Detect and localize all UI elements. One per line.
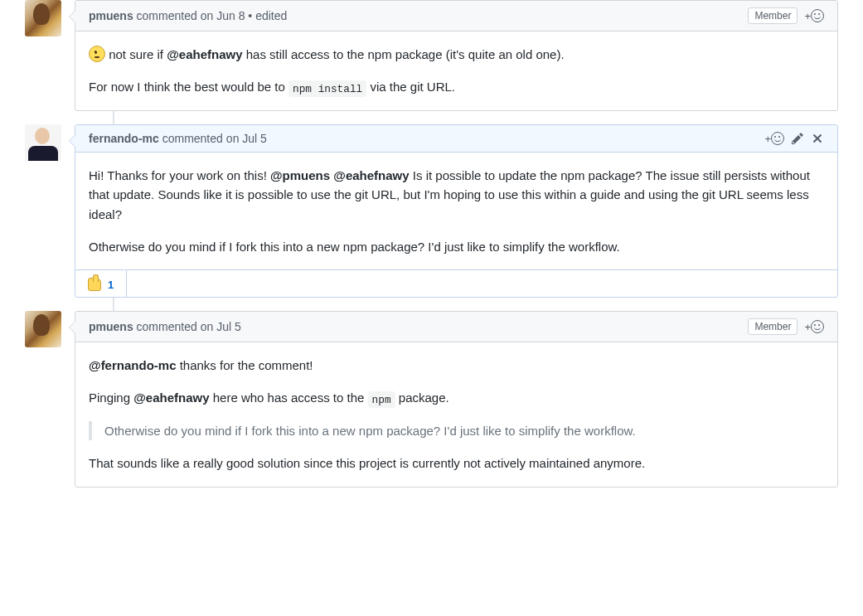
reaction-bar: 1 bbox=[75, 269, 837, 297]
comment-header: pmuens commented on Jul 5 Member + bbox=[75, 312, 837, 342]
close-icon bbox=[811, 132, 824, 145]
inline-code: npm bbox=[368, 391, 395, 408]
text: via the git URL. bbox=[366, 80, 455, 94]
avatar[interactable] bbox=[25, 311, 61, 347]
comment-action: commented bbox=[137, 320, 197, 333]
text: Pinging bbox=[89, 390, 133, 405]
comment: fernando-mc commented on Jul 5 + Hi! Tha… bbox=[25, 124, 838, 298]
avatar[interactable] bbox=[25, 0, 61, 36]
comment-box: pmuens commented on Jul 5 Member + @fern… bbox=[75, 311, 838, 487]
user-mention[interactable]: @eahefnawy bbox=[133, 390, 209, 405]
text: Otherwise do you mind if I fork this int… bbox=[104, 421, 812, 440]
text: not sure if bbox=[109, 47, 167, 61]
edit-button[interactable] bbox=[791, 132, 804, 145]
comment-timestamp[interactable]: on Jul 5 bbox=[201, 320, 241, 333]
blockquote: Otherwise do you mind if I fork this int… bbox=[89, 421, 824, 440]
comment-body: Hi! Thanks for your work on this! @pmuen… bbox=[75, 153, 837, 269]
edited-indicator[interactable]: • edited bbox=[248, 9, 287, 22]
thinking-face-emoji bbox=[89, 46, 105, 62]
comment-body: not sure if @eahefnawy has still access … bbox=[75, 32, 837, 110]
comment-header: pmuens commented on Jun 8 • edited Membe… bbox=[75, 1, 837, 32]
text: thanks for the comment! bbox=[176, 358, 313, 372]
avatar[interactable] bbox=[25, 124, 61, 161]
comment-body: @fernando-mc thanks for the comment! Pin… bbox=[75, 342, 837, 487]
member-badge: Member bbox=[748, 318, 798, 335]
delete-button[interactable] bbox=[811, 132, 824, 145]
comment-author[interactable]: pmuens bbox=[89, 320, 133, 333]
timeline: pmuens commented on Jun 8 • edited Membe… bbox=[25, 0, 838, 487]
comment-author[interactable]: pmuens bbox=[89, 9, 133, 22]
inline-code: npm install bbox=[288, 80, 366, 97]
text: For now I think the best would be to bbox=[89, 80, 288, 94]
comment-box: fernando-mc commented on Jul 5 + Hi! Tha… bbox=[75, 124, 838, 298]
add-reaction-button[interactable]: + bbox=[804, 320, 824, 333]
comment-timestamp[interactable]: on Jul 5 bbox=[226, 132, 267, 145]
comment: pmuens commented on Jun 8 • edited Membe… bbox=[25, 0, 838, 111]
text: Hi! Thanks for your work on this! bbox=[89, 168, 270, 182]
smiley-icon bbox=[811, 320, 824, 333]
text: That sounds like a really good solution … bbox=[89, 454, 824, 473]
comment: pmuens commented on Jul 5 Member + @fern… bbox=[25, 311, 838, 487]
comment-author[interactable]: fernando-mc bbox=[89, 132, 159, 145]
user-mention[interactable]: @pmuens bbox=[270, 168, 330, 182]
comment-timestamp[interactable]: on Jun 8 bbox=[201, 9, 245, 22]
comment-action: commented bbox=[137, 9, 197, 22]
smiley-icon bbox=[771, 132, 784, 145]
thumbs-up-reaction[interactable]: 1 bbox=[75, 270, 127, 297]
text: package. bbox=[395, 390, 449, 405]
text: has still access to the npm package (it'… bbox=[243, 47, 565, 61]
user-mention[interactable]: @eahefnawy bbox=[333, 168, 409, 182]
reaction-count: 1 bbox=[108, 279, 114, 291]
pencil-icon bbox=[791, 132, 804, 145]
user-mention[interactable]: @fernando-mc bbox=[89, 358, 176, 372]
thumbs-up-icon bbox=[88, 278, 101, 291]
add-reaction-button[interactable]: + bbox=[804, 9, 824, 22]
comment-header: fernando-mc commented on Jul 5 + bbox=[75, 125, 837, 153]
text: here who has access to the bbox=[210, 390, 368, 405]
text: Otherwise do you mind if I fork this int… bbox=[89, 237, 824, 256]
member-badge: Member bbox=[748, 7, 798, 24]
comment-box: pmuens commented on Jun 8 • edited Membe… bbox=[75, 0, 838, 111]
smiley-icon bbox=[811, 9, 824, 22]
comment-action: commented bbox=[162, 132, 223, 145]
add-reaction-button[interactable]: + bbox=[764, 132, 784, 145]
user-mention[interactable]: @eahefnawy bbox=[167, 47, 242, 61]
